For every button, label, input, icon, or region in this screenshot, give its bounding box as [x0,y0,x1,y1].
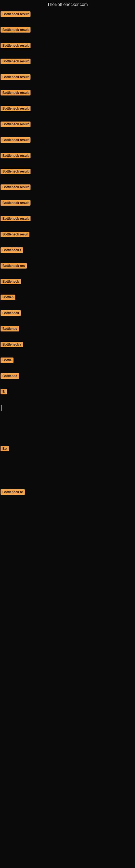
bottleneck-badge[interactable]: Bottle [1,358,13,363]
list-item: Bottlenec [0,325,135,341]
list-item [0,436,135,445]
list-item: Bottleneck result [0,199,135,215]
list-item: Bottleneck [0,309,135,325]
list-item: B [0,388,135,404]
list-item [0,426,135,436]
bottleneck-badge[interactable]: Bottleneck result [1,153,31,158]
list-item: Bottle [0,356,135,372]
list-item: Bottleneck r [0,341,135,356]
bottleneck-badge[interactable]: Bottleneck result [1,90,31,95]
bottleneck-badge[interactable]: Bottleneck result [1,59,31,64]
bottleneck-badge[interactable]: Bottleneck resul [1,231,30,237]
list-item: Bottleneck result [0,26,135,42]
list-item: Bottleneck result [0,183,135,199]
list-item: Bo [0,445,135,461]
list-item: Bottleneck result [0,10,135,26]
bottleneck-badge[interactable]: Bottlen [1,294,15,300]
bottleneck-badge[interactable]: Bottleneck result [1,200,31,206]
list-item [0,404,135,426]
list-item: Bottleneck result [0,152,135,167]
cursor-indicator [1,405,2,411]
list-item: Bottleneck res [0,262,135,278]
list-item [0,513,135,522]
bottleneck-badge[interactable]: Bottleneck result [1,169,31,174]
bottleneck-badge[interactable]: Bottleneck result [1,43,31,48]
list-item: Bottleneck re [0,488,135,504]
bottleneck-badge[interactable]: Bottleneck result [1,184,31,190]
bottleneck-badge[interactable]: Bottleneck result [1,11,31,17]
bottleneck-badge[interactable]: Bo [1,446,9,452]
list-item: Bottleneck result [0,120,135,136]
bottleneck-badge[interactable]: Bottleneck result [1,137,31,143]
list-item: Bottleneck result [0,167,135,183]
bottleneck-badge[interactable]: Bottleneck result [1,27,31,33]
bottleneck-badge[interactable]: B [1,389,7,394]
site-header: TheBottlenecker.com [0,0,135,10]
list-item [0,461,135,470]
list-item: Bottleneck r [0,246,135,262]
list-item [0,522,135,532]
list-item: Bottleneck result [0,105,135,120]
bottleneck-badge[interactable]: Bottleneck [1,279,21,284]
list-item: Bottlenec [0,372,135,388]
bottleneck-badge[interactable]: Bottlenec [1,326,19,332]
bottleneck-badge[interactable]: Bottleneck res [1,263,27,269]
list-item: Bottleneck result [0,42,135,58]
bottleneck-badge[interactable]: Bottleneck result [1,74,31,80]
bottleneck-badge[interactable]: Bottleneck re [1,489,25,495]
bottleneck-badge[interactable]: Bottlenec [1,373,19,379]
bottleneck-badge[interactable]: Bottleneck [1,310,21,316]
list-item: Bottleneck result [0,73,135,89]
list-item [0,504,135,513]
bottleneck-badge[interactable]: Bottleneck r [1,247,23,253]
list-item: Bottleneck result [0,215,135,230]
bottleneck-list: Bottleneck resultBottleneck resultBottle… [0,10,135,532]
bottleneck-badge[interactable]: Bottleneck r [1,342,23,347]
list-item [0,470,135,479]
list-item: Bottleneck result [0,58,135,73]
bottleneck-badge[interactable]: Bottleneck result [1,122,31,127]
site-title: TheBottlenecker.com [0,0,135,10]
bottleneck-badge[interactable]: Bottleneck result [1,216,31,221]
list-item: Bottleneck result [0,136,135,152]
bottleneck-badge[interactable]: Bottleneck result [1,106,31,111]
list-item: Bottleneck result [0,89,135,105]
list-item: Bottleneck resul [0,230,135,246]
list-item: Bottleneck [0,278,135,293]
list-item: Bottlen [0,293,135,309]
list-item [0,479,135,488]
